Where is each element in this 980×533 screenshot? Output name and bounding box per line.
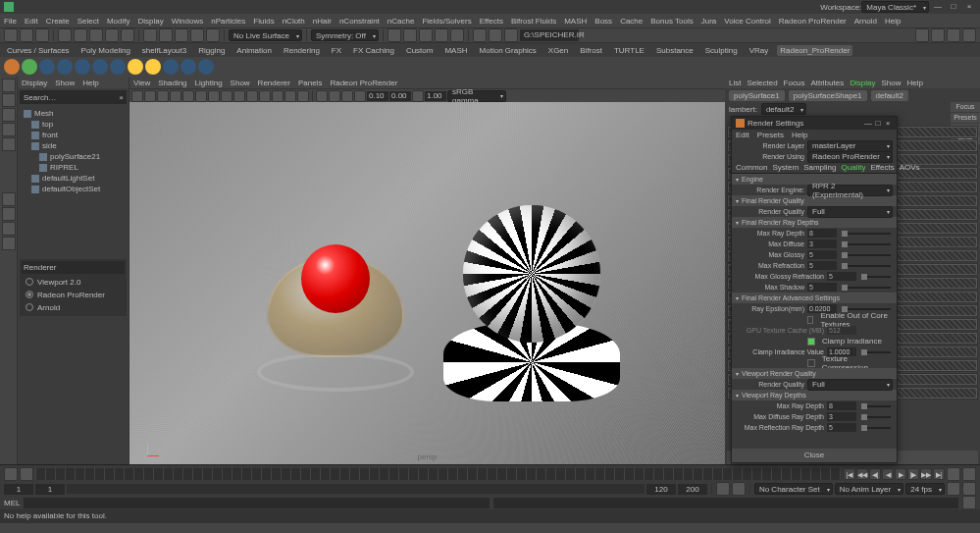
presets-button[interactable]: Presets [951,113,980,123]
rs-rengine-combo[interactable]: RPR 2 (Experimental) [807,185,893,196]
tool-btn[interactable] [190,28,204,42]
vp-tool-icon[interactable] [316,90,328,102]
shelf-tab[interactable]: Custom [403,45,437,56]
range-start2-field[interactable]: 1 [35,484,65,495]
charset-combo[interactable]: No Character Set [754,483,833,495]
rs-mgr-field[interactable]: 5 [827,272,856,281]
rs-tab-active[interactable]: Quality [841,163,865,172]
material-name-field[interactable]: default2 [761,103,806,115]
rs-minimize-button[interactable]: — [863,119,873,128]
shelf-icon[interactable] [163,59,179,75]
tool-btn[interactable] [473,28,487,42]
vp-view[interactable]: View [133,79,150,87]
rs-rq-combo[interactable]: Full [807,206,893,218]
renderer-item[interactable]: Radeon ProRender [22,289,125,301]
script-editor-icon[interactable] [962,496,976,509]
ae-tab[interactable]: Attributes [810,79,844,87]
vp-tool-icon[interactable] [412,90,424,102]
checkbox-icon[interactable] [807,359,815,367]
vp-tool-icon[interactable] [341,90,353,102]
slider[interactable] [861,351,891,353]
rs-using-combo[interactable]: Radeon ProRender [807,151,893,163]
menu-nconstraint[interactable]: nConstraint [339,17,380,26]
tree-item[interactable]: side [42,141,57,150]
key-icon[interactable] [716,482,730,496]
path-field[interactable]: G:\SPEICHER.IR [520,29,579,41]
outliner-display[interactable]: Display [22,79,47,87]
slider[interactable] [842,233,891,235]
shelf-tab[interactable]: shelfLayout3 [139,45,189,56]
rs-tab[interactable]: System [772,163,799,172]
shelf-icon[interactable] [198,59,214,75]
tree-item[interactable]: top [42,120,53,129]
tree-item[interactable]: defaultObjectSet [42,185,100,193]
menu-bifrost[interactable]: Bifrost Fluids [511,17,556,26]
menu-effects[interactable]: Effects [480,17,503,26]
menu-help[interactable]: Help [885,17,901,26]
menu-edit[interactable]: Edit [25,17,38,26]
vp-tool-icon[interactable] [329,90,340,102]
shelf-play-icon[interactable] [22,59,37,75]
shelf-icon[interactable] [39,59,55,75]
tool-btn[interactable] [105,28,119,42]
range-end2-field[interactable]: 200 [678,484,707,495]
rs-titlebar[interactable]: Render Settings — □ × [732,117,897,130]
ae-tab-active[interactable]: Display [850,79,875,87]
shelf-tab[interactable]: MASH [441,45,470,56]
menu-rpr[interactable]: Radeon ProRender [779,17,847,26]
shelf-tab[interactable]: FX Caching [350,45,397,56]
vp-panels[interactable]: Panels [298,79,322,87]
tool-btn[interactable] [962,28,976,42]
rs-section-fras[interactable]: Final Render Advanced Settings [732,293,897,303]
rs-vmrd-field[interactable]: 8 [827,401,856,410]
tool-btn[interactable] [435,28,448,42]
shelf-icon[interactable] [110,59,126,75]
slider[interactable] [842,243,891,245]
menu-mash[interactable]: MASH [564,17,587,26]
vp-num3[interactable]: 1.00 [425,91,446,101]
menu-ncloth[interactable]: nCloth [283,17,305,26]
shelf-tab[interactable]: Rigging [195,45,228,56]
tool-btn[interactable] [206,28,220,42]
node-chip[interactable]: polySurface1 [729,90,785,101]
shelf-tab-active[interactable]: Radeon_ProRender [777,45,852,56]
outliner-search[interactable]: Search… [20,90,127,104]
shelf-tab[interactable]: TURTLE [611,45,647,56]
rs-close-button[interactable]: Close [732,449,897,462]
outliner-show[interactable]: Show [55,79,75,87]
shelf-light-icon[interactable] [145,59,161,75]
menu-file[interactable]: File [4,17,17,26]
tool-btn[interactable] [419,28,433,42]
rs-vmdr-field[interactable]: 3 [827,412,856,421]
ae-tab[interactable]: Selected [747,79,777,87]
ae-tab[interactable]: Show [881,79,901,87]
vp-tool-icon[interactable] [182,90,194,102]
vp-tool-icon[interactable] [221,90,232,102]
rs-mdf-field[interactable]: 3 [807,240,837,248]
tool-btn[interactable] [4,28,18,42]
ae-tab[interactable]: Focus [784,79,805,87]
select-tool-icon[interactable] [2,79,16,92]
renderer-item[interactable]: Arnold [22,301,125,314]
tool-btn[interactable] [175,28,188,42]
rs-vmrr-field[interactable]: 5 [827,423,856,432]
tool-btn[interactable] [915,28,929,42]
radio-icon[interactable] [26,303,33,311]
rs-section-vrq[interactable]: Viewport Render Quality [732,368,897,379]
tool-btn[interactable] [89,28,103,42]
goto-start-icon[interactable]: |◀ [844,468,855,480]
rs-tab[interactable]: Common [736,163,767,172]
lasso-tool-icon[interactable] [2,93,16,107]
tool-btn[interactable] [20,28,33,42]
rs-msh-field[interactable]: 5 [807,283,837,292]
step-fwd-icon[interactable]: ▶▶ [920,468,932,480]
cmd-input[interactable] [24,498,489,508]
menu-bonus[interactable]: Bonus Tools [650,17,693,26]
menu-ncache[interactable]: nCache [387,17,415,26]
range-end-field[interactable]: 120 [646,484,676,495]
renderer-item[interactable]: Viewport 2.0 [22,276,125,289]
prefs-icon[interactable] [962,482,976,496]
menu-create[interactable]: Create [46,17,70,26]
rs-mrd-field[interactable]: 8 [807,229,837,238]
tree-item[interactable]: Mesh [34,109,54,118]
